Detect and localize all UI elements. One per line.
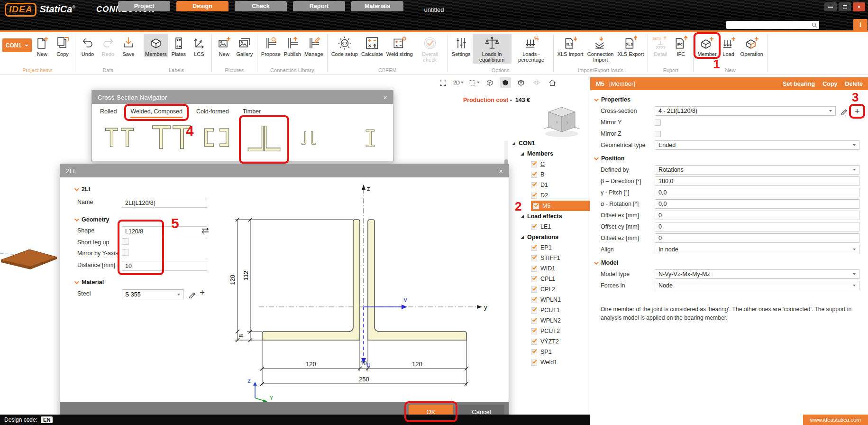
section-position[interactable]: Position	[590, 151, 868, 164]
steel-grade-dropdown[interactable]: S 355	[122, 289, 183, 299]
expander-icon[interactable]	[521, 152, 524, 156]
ribbon-button-ifc[interactable]: IFC IFC	[671, 34, 691, 57]
navigation-cube[interactable]: xy	[538, 104, 585, 140]
ribbon-button-undo[interactable]: Undo	[78, 34, 98, 57]
tab-check[interactable]: Check	[235, 1, 287, 11]
ribbon-button-new-item[interactable]: New	[32, 34, 52, 57]
checkbox-checked[interactable]	[531, 360, 537, 366]
tree-item-con1[interactable]: CON1	[512, 138, 590, 148]
ribbon-button-loads-percentage[interactable]: % Loads - percentage	[512, 34, 551, 64]
tab-project[interactable]: Project	[118, 1, 170, 11]
home-view-icon[interactable]	[547, 77, 558, 88]
checkbox-checked[interactable]	[531, 161, 537, 167]
section-model[interactable]: Model	[590, 255, 868, 268]
tree-group-members[interactable]: Members	[512, 148, 590, 159]
ribbon-button-xls-import[interactable]: XLS XLS Import	[556, 34, 585, 57]
clipping-box-dropdown[interactable]	[468, 77, 480, 88]
ribbon-button-members[interactable]: Members	[144, 34, 168, 57]
close-dialog-button[interactable]: ×	[499, 167, 503, 175]
add-cross-section-button[interactable]: +	[854, 106, 859, 116]
ribbon-button-save[interactable]: Save	[119, 34, 138, 57]
cstab-timber[interactable]: Timber	[243, 108, 261, 118]
thumbnail-double-channel[interactable]	[201, 120, 232, 159]
thumbnail-two-angles[interactable]	[298, 120, 320, 159]
short-leg-up-checkbox[interactable]	[122, 238, 128, 245]
close-dialog-button[interactable]: ×	[383, 93, 387, 102]
ribbon-button-gallery[interactable]: Gallery	[235, 34, 255, 57]
expander-icon[interactable]	[512, 142, 515, 145]
shape-input[interactable]: L120/8	[122, 226, 207, 236]
ribbon-button-manage[interactable]: Manage	[303, 34, 325, 57]
ribbon-button-copy-item[interactable]: Copy	[53, 34, 73, 57]
ribbon-button-weld-sizing[interactable]: Weld sizing	[385, 34, 414, 57]
zoom-fit-icon[interactable]	[437, 77, 448, 88]
forces-in-dropdown[interactable]: Node	[655, 281, 859, 290]
shaded-view-icon[interactable]	[515, 77, 527, 88]
tree-group-operations[interactable]: Operations	[512, 232, 590, 242]
ribbon-button-new-load[interactable]: Load	[719, 34, 739, 57]
tree-item-cpl1[interactable]: CPL1	[512, 274, 590, 284]
tree-item-wid1[interactable]: WID1	[512, 263, 590, 274]
tree-item-stiff1[interactable]: STIFF1	[512, 253, 590, 263]
expander-icon[interactable]	[521, 236, 524, 239]
add-material-button[interactable]: +	[200, 287, 205, 298]
maximize-button[interactable]	[839, 2, 851, 11]
tree-item-m5-selected[interactable]: M5	[512, 201, 590, 211]
tree-item-le1[interactable]: LE1	[512, 222, 590, 232]
tree-item-weld1[interactable]: Weld1	[512, 357, 590, 368]
tab-design[interactable]: Design	[176, 1, 228, 11]
tree-item-wpln1[interactable]: WPLN1	[512, 295, 590, 305]
cstab-cold-formed[interactable]: Cold-formed	[196, 108, 229, 118]
tree-item-c[interactable]: C	[512, 159, 590, 169]
website-link[interactable]: www.ideastatica.com	[803, 415, 868, 425]
ribbon-button-picture-new[interactable]: New	[214, 34, 234, 57]
tree-item-wpln2[interactable]: WPLN2	[512, 315, 590, 326]
expander-icon[interactable]	[521, 215, 524, 218]
checkbox-checked[interactable]	[531, 182, 537, 188]
thumbnail-i-section[interactable]	[357, 120, 383, 159]
checkbox-checked[interactable]	[531, 339, 537, 345]
dialog-title-bar[interactable]: 2Lt ×	[60, 164, 509, 177]
tree-item-ep1[interactable]: EP1	[512, 242, 590, 253]
ribbon-button-propose[interactable]: Propose	[260, 34, 282, 57]
ribbon-button-new-operation[interactable]: Operation	[739, 34, 765, 57]
ribbon-button-new-member[interactable]: 1 Member	[696, 34, 718, 57]
section-geometry[interactable]: Geometry	[74, 216, 109, 223]
model-type-dropdown[interactable]: N-Vy-Vz-Mx-My-Mz	[655, 269, 859, 279]
tree-item-pcut2[interactable]: PCUT2	[512, 326, 590, 336]
tree-item-sp1[interactable]: SP1	[512, 347, 590, 357]
tab-materials[interactable]: Materials	[351, 1, 403, 11]
checkbox-checked[interactable]	[533, 203, 539, 209]
align-dropdown[interactable]: In node	[655, 245, 859, 254]
defined-by-dropdown[interactable]: Rotations	[655, 165, 859, 175]
ribbon-button-calculate[interactable]: Calculate	[360, 34, 384, 57]
wireframe-view-icon[interactable]	[484, 77, 495, 88]
checkbox-checked[interactable]	[531, 297, 537, 303]
ribbon-button-plates[interactable]: Plates	[169, 34, 189, 57]
mirror-z-checkbox[interactable]	[655, 131, 661, 137]
design-code-badge[interactable]: EN	[41, 416, 53, 423]
search-box[interactable]	[726, 21, 819, 29]
edit-cross-section-icon[interactable]	[840, 107, 848, 115]
gamma-pitch-input[interactable]: 0,0	[655, 188, 859, 197]
tree-item-d1[interactable]: D1	[512, 180, 590, 190]
checkbox-checked[interactable]	[531, 307, 537, 314]
distance-input[interactable]: 10	[122, 261, 207, 271]
tree-group-load-effects[interactable]: Load effects	[512, 211, 590, 222]
mirror-y-checkbox[interactable]	[655, 120, 661, 126]
dialog-title-bar[interactable]: Cross-Section Navigator ×	[92, 91, 393, 104]
edit-material-icon[interactable]	[188, 290, 196, 298]
checkbox-checked[interactable]	[531, 266, 537, 272]
checkbox-checked[interactable]	[531, 245, 537, 251]
tree-item-b[interactable]: B	[512, 169, 590, 180]
checkbox-checked[interactable]	[531, 318, 537, 324]
mirror-y-axis-checkbox[interactable]	[122, 249, 128, 256]
solid-view-icon[interactable]	[500, 77, 511, 88]
ribbon-button-xls-export[interactable]: XLS XLS Export	[616, 34, 646, 57]
ribbon-button-loads-in-equilibrium[interactable]: Loads in equilibrium	[473, 34, 512, 64]
name-input[interactable]: 2Lt(L120/8)	[122, 198, 207, 208]
alpha-rotation-input[interactable]: 0,0	[655, 199, 859, 209]
offset-ez-input[interactable]: 0	[655, 233, 859, 243]
ribbon-button-connection-import[interactable]: Connection Import	[585, 34, 616, 64]
tree-item-cpl2[interactable]: CPL2	[512, 284, 590, 295]
